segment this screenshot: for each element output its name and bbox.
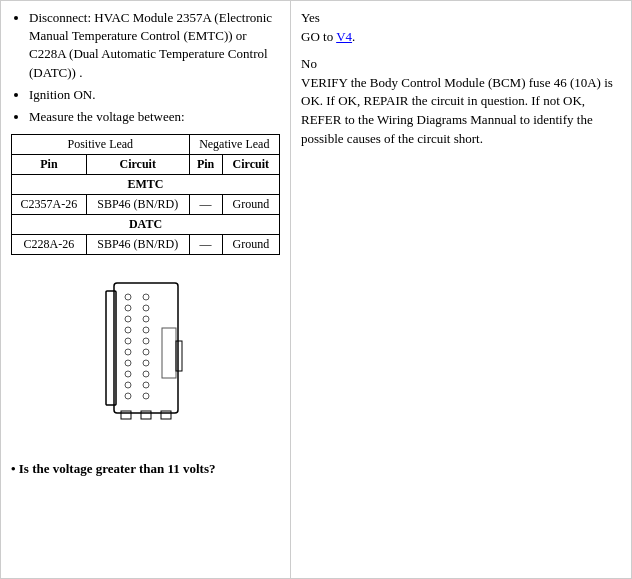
svg-rect-23 [121,411,131,419]
measurement-table: Positive Lead Negative Lead Pin Circuit … [11,134,280,255]
svg-rect-24 [141,411,151,419]
instruction-item-2: Ignition ON. [29,86,280,104]
negative-lead-header: Negative Lead [189,135,279,155]
svg-rect-22 [162,328,176,378]
table-row-datc-data: C228A-26 SBP46 (BN/RD) — Ground [12,235,280,255]
yes-action: GO to [301,29,333,44]
col-pin-header: Pin [12,155,87,175]
svg-rect-25 [161,411,171,419]
yes-block: Yes GO to V4. [301,9,621,47]
table-row-emtc-label: EMTC [12,175,280,195]
connector-diagram [11,265,280,451]
left-panel: Disconnect: HVAC Module 2357A (Electroni… [1,1,291,578]
no-label: No [301,56,317,71]
svg-point-8 [125,360,131,366]
svg-point-18 [143,360,149,366]
emtc-circuit: SBP46 (BN/RD) [86,195,189,215]
col-pin2-header: Pin [189,155,222,175]
positive-lead-header: Positive Lead [12,135,190,155]
emtc-neg-circuit: Ground [222,195,279,215]
datc-neg-circuit: Ground [222,235,279,255]
svg-point-3 [125,305,131,311]
datc-pin: C228A-26 [12,235,87,255]
instruction-item-3: Measure the voltage between: [29,108,280,126]
svg-point-17 [143,349,149,355]
svg-point-19 [143,371,149,377]
svg-point-21 [143,393,149,399]
svg-point-14 [143,316,149,322]
col-circuit2-header: Circuit [222,155,279,175]
no-block: No VERIFY the Body Control Module (BCM) … [301,55,621,149]
yes-label: Yes [301,10,320,25]
datc-neg-pin: — [189,235,222,255]
emtc-pin: C2357A-26 [12,195,87,215]
svg-point-20 [143,382,149,388]
no-action: VERIFY the Body Control Module (BCM) fus… [301,75,613,147]
svg-point-10 [125,382,131,388]
svg-point-13 [143,305,149,311]
emtc-label: EMTC [12,175,280,195]
emtc-neg-pin: — [189,195,222,215]
connector-svg [86,273,206,443]
yes-link[interactable]: V4 [336,29,352,44]
instruction-item-1: Disconnect: HVAC Module 2357A (Electroni… [29,9,280,82]
svg-point-12 [143,294,149,300]
table-row-emtc-data: C2357A-26 SBP46 (BN/RD) — Ground [12,195,280,215]
svg-point-9 [125,371,131,377]
datc-circuit: SBP46 (BN/RD) [86,235,189,255]
datc-label: DATC [12,215,280,235]
svg-point-7 [125,349,131,355]
svg-point-4 [125,316,131,322]
voltage-question: • Is the voltage greater than 11 volts? [11,461,280,477]
table-row-datc-label: DATC [12,215,280,235]
col-circuit-header: Circuit [86,155,189,175]
right-panel: Yes GO to V4. No VERIFY the Body Control… [291,1,631,578]
svg-point-15 [143,327,149,333]
instructions-list: Disconnect: HVAC Module 2357A (Electroni… [11,9,280,126]
svg-point-11 [125,393,131,399]
svg-rect-26 [176,341,182,371]
svg-point-6 [125,338,131,344]
svg-point-16 [143,338,149,344]
svg-point-2 [125,294,131,300]
svg-point-5 [125,327,131,333]
